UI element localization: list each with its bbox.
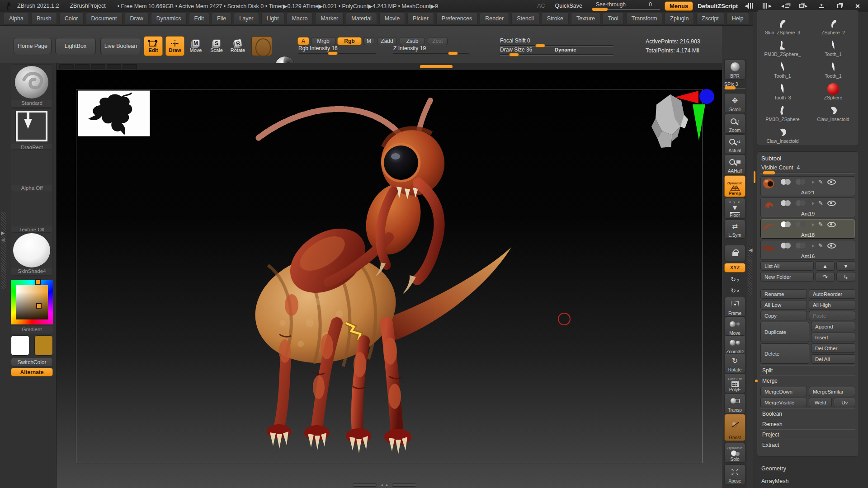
polypaint-icon[interactable] [781,179,792,185]
polypaint-icon[interactable] [781,221,792,227]
displacement-icon[interactable]: ◑ [811,221,814,227]
canvas-hscroll-left[interactable] [353,483,377,487]
tray-open-arrow-icon[interactable]: ▶ [1,230,5,235]
tablet-right-icon[interactable]: ▶ [760,1,774,10]
canvas-hscroll-right[interactable] [392,483,416,487]
subtool-row-ant18-selected[interactable]: ◑ ✎ Ant18 [760,219,855,239]
shade-tab[interactable] [107,64,121,69]
current-stroke-item[interactable]: DragRect [11,108,53,152]
tool-item[interactable]: Tooth_1 [808,57,859,79]
visibility-eye-icon[interactable] [827,243,836,249]
alternate-button[interactable]: Alternate [11,368,53,376]
current-texture-item[interactable]: Texture Off [11,191,53,234]
m-toggle[interactable]: M [363,37,374,45]
move-camera-button[interactable]: ✛ Move [724,317,745,337]
insert-button[interactable]: Insert [811,333,855,342]
rotate-camera-button[interactable]: ↻ Rotate [724,353,745,373]
delete-button[interactable]: Delete [760,343,809,364]
shelf-scroll-indicator[interactable] [420,65,453,68]
tool-item[interactable]: Skin_ZSphere_3 [757,14,808,35]
spin-y-button[interactable]: ↻y [724,274,745,285]
menu-brush[interactable]: Brush [31,13,57,25]
tool-item[interactable]: PM3D_ZSphere [757,100,808,122]
dynamic-mode-label[interactable]: Dynamic [555,47,576,52]
tool-item[interactable]: Tooth_3 [757,79,808,100]
transp-button[interactable]: Transp [724,394,745,413]
minimize-icon[interactable]: ▼ [815,1,828,10]
uv-icon[interactable] [796,200,807,206]
z-intensity-handle[interactable] [448,52,458,55]
menu-edit[interactable]: Edit [189,13,210,25]
menu-movie[interactable]: Movie [379,13,405,25]
menu-material[interactable]: Material [346,13,377,25]
actual-button[interactable]: x1 Actual [724,134,745,154]
switch-color-button[interactable]: SwitchColor [11,358,53,366]
tool-item[interactable]: Tooth_1 [808,35,859,57]
menus-button[interactable]: Menus [665,1,693,11]
lightbox-button[interactable]: LightBox [55,38,96,54]
zoom-button[interactable]: ↕ Zoom [724,114,745,134]
visible-count-slider[interactable]: Visible Count 4 [761,164,855,171]
color-picker-inner[interactable] [16,285,48,319]
focal-shift-slider[interactable]: Focal Shift 0 [500,38,613,47]
color-picker[interactable] [11,280,53,324]
geometry-palette-header[interactable]: Geometry [761,465,786,472]
floor-button[interactable]: x y z ▼ Floor [724,198,745,219]
shade-tab[interactable] [123,64,137,69]
paint-icon[interactable]: ✎ [818,243,823,249]
aahalf-button[interactable]: AAHalf [724,155,745,174]
subtool-row-ant16[interactable]: ◑ ✎ Ant16 [760,240,855,260]
live-boolean-button[interactable]: Live Boolean [100,38,141,54]
z-intensity-slider[interactable]: Z Intensity 19 [393,45,469,54]
del-other-button[interactable]: Del Other [811,343,855,353]
spin-z-button[interactable]: ↻z [724,286,745,296]
axis-y-icon[interactable] [693,104,705,141]
all-low-button[interactable]: All Low [760,300,807,310]
right-tray-arrow-icon[interactable]: ◀ [749,248,752,253]
rgb-intensity-handle[interactable] [328,52,338,55]
hue-selector[interactable] [35,279,41,285]
dock-left-icon[interactable]: ◀ [778,1,792,10]
anchor-toggle[interactable]: A [297,37,309,45]
merge-down-button[interactable]: MergeDown [760,387,807,396]
uv-button[interactable]: Uv [834,398,855,407]
current-alpha-item[interactable]: Alpha Off [11,149,53,192]
copy-button[interactable]: Copy [760,311,807,320]
zsub-toggle[interactable]: Zsub [400,37,425,45]
paint-icon[interactable]: ✎ [818,200,823,206]
rgb-toggle[interactable]: Rgb [337,37,362,45]
visible-count-handle[interactable] [763,171,775,174]
menu-preferences[interactable]: Preferences [436,13,477,25]
all-high-button[interactable]: All High [809,300,855,310]
menu-layer[interactable]: Layer [234,13,259,25]
append-button[interactable]: Append [811,322,855,331]
move-out-folder-button[interactable]: ↷ [816,272,835,282]
saturation-selector[interactable] [36,303,42,309]
menu-marker[interactable]: Marker [315,13,344,25]
local-symmetry-button[interactable]: ⇄ L.Sym [724,220,745,239]
tablet-left-icon[interactable]: ◀ [742,1,756,10]
current-material-item[interactable]: SkinShade4 [11,232,53,276]
canvas-scroll-arrows-icon[interactable]: ▲▲ [380,483,389,487]
shade-tab[interactable] [59,64,74,69]
home-page-button[interactable]: Home Page [14,38,52,54]
subtool-row-ant19[interactable]: ◑ ✎ Ant19 [760,197,855,217]
merge-section[interactable]: Merge [760,375,855,386]
axis-x-icon[interactable] [675,91,698,103]
boolean-section[interactable]: Boolean [760,408,855,419]
move-button[interactable]: M Move [186,36,205,56]
split-section[interactable]: Split [760,365,855,375]
paint-icon[interactable]: ✎ [818,221,823,227]
scroll-button[interactable]: ✥ Scroll [724,93,745,113]
draw-size-handle[interactable] [509,53,519,56]
zadd-toggle[interactable]: Zadd [377,37,397,45]
close-icon[interactable]: × [851,1,864,10]
menu-picker[interactable]: Picker [407,13,434,25]
menu-help[interactable]: Help [726,13,749,25]
paint-icon[interactable]: ✎ [818,179,823,185]
spix-handle[interactable] [725,86,736,89]
menu-macro[interactable]: Macro [287,13,313,25]
quicksave-button[interactable]: QuickSave [550,2,588,10]
menu-stroke[interactable]: Stroke [542,13,569,25]
tool-item[interactable]: ZSphere_2 [808,14,859,35]
